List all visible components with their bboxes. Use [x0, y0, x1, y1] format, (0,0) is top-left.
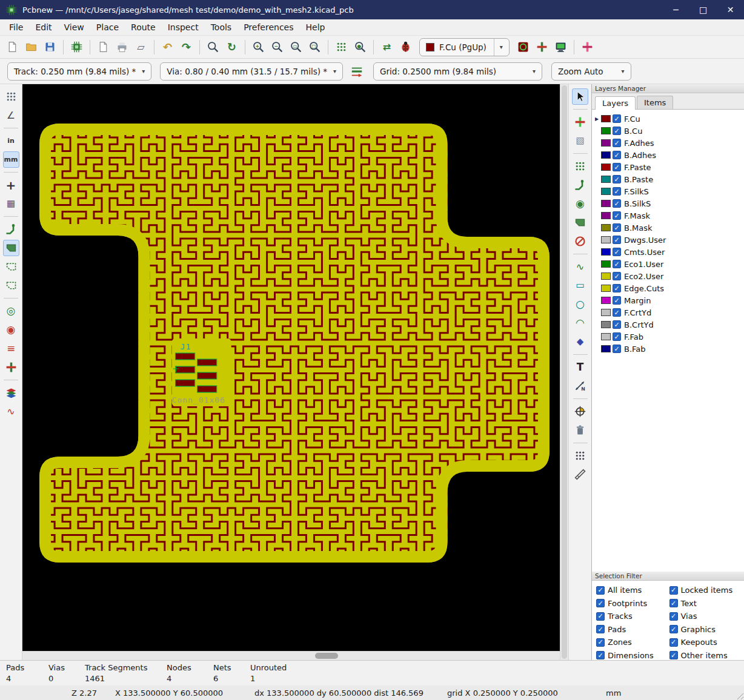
layer-visibility-checkbox[interactable]: ✓: [613, 151, 621, 159]
layer-row-b-paste[interactable]: ✓B.Paste: [592, 173, 744, 185]
zoom-selector[interactable]: Zoom Auto ▾: [551, 62, 631, 81]
resize-grip[interactable]: [736, 692, 743, 699]
layer-visibility-checkbox[interactable]: ✓: [613, 223, 621, 232]
vertical-scrollbar-thumb[interactable]: [562, 85, 567, 659]
filter-dimensions[interactable]: ✓Dimensions: [596, 651, 669, 661]
layer-color-swatch[interactable]: [601, 285, 611, 292]
pcb-canvas[interactable]: J1Conn_01x06: [22, 84, 560, 651]
layer-row-dwgs-user[interactable]: ✓Dwgs.User: [592, 234, 744, 246]
layer-color-swatch[interactable]: [601, 345, 611, 352]
menu-tools[interactable]: Tools: [205, 20, 238, 35]
curved-ratsnest-icon[interactable]: [3, 221, 19, 237]
add-graphic-line-icon[interactable]: ∿: [572, 259, 588, 275]
menu-help[interactable]: Help: [300, 20, 331, 35]
close-button[interactable]: ✕: [717, 0, 744, 19]
add-graphic-polygon-icon[interactable]: ◆: [572, 334, 588, 350]
undo-icon[interactable]: ↶: [159, 39, 176, 55]
menu-place[interactable]: Place: [90, 20, 125, 35]
tab-items[interactable]: Items: [637, 96, 673, 109]
menu-file[interactable]: File: [3, 20, 29, 35]
zoom-fit-icon[interactable]: ▭: [288, 39, 304, 55]
layer-visibility-checkbox[interactable]: ✓: [613, 260, 621, 268]
layer-color-swatch[interactable]: [601, 236, 611, 243]
layer-color-swatch[interactable]: [601, 200, 611, 207]
save-board-icon[interactable]: [42, 39, 58, 55]
layer-color-swatch[interactable]: [601, 309, 611, 316]
footprint-pad[interactable]: [176, 380, 195, 386]
layer-visibility-checkbox[interactable]: ✓: [613, 175, 621, 183]
via-sketch-mode-icon[interactable]: ◉: [3, 322, 19, 338]
filter-footprints[interactable]: ✓Footprints: [596, 599, 669, 609]
layer-color-swatch[interactable]: [601, 248, 611, 256]
layer-visibility-checkbox[interactable]: ✓: [613, 127, 621, 135]
layer-row-f-mask[interactable]: ✓F.Mask: [592, 210, 744, 222]
ratsnest-mode-icon[interactable]: ▦: [3, 196, 19, 212]
layers-manager-toggle-icon[interactable]: [3, 385, 19, 401]
layer-color-swatch[interactable]: [601, 139, 611, 147]
layer-row-f-paste[interactable]: ✓F.Paste: [592, 161, 744, 173]
layer-color-swatch[interactable]: [601, 333, 611, 340]
layer-visibility-checkbox[interactable]: ✓: [613, 345, 621, 353]
filter-pads[interactable]: ✓Pads: [596, 625, 669, 635]
maximize-button[interactable]: □: [689, 0, 717, 19]
filter-checkbox[interactable]: ✓: [596, 651, 605, 659]
set-origin-icon[interactable]: [572, 403, 588, 420]
layer-color-swatch[interactable]: [601, 163, 611, 171]
filter-tracks[interactable]: ✓Tracks: [596, 612, 669, 621]
menu-route[interactable]: Route: [125, 20, 162, 35]
zoom-selection-icon[interactable]: □: [307, 39, 323, 55]
filter-checkbox[interactable]: ✓: [596, 625, 605, 633]
grid-settings-icon[interactable]: [579, 39, 596, 55]
menu-edit[interactable]: Edit: [29, 20, 58, 35]
zone-outline-mode-icon[interactable]: [3, 259, 19, 275]
filter-other-items[interactable]: ✓Other items: [669, 651, 743, 661]
layer-row-eco1-user[interactable]: ✓Eco1.User: [592, 258, 744, 270]
layer-selector-dropdown[interactable]: F.Cu (PgUp) ▾: [419, 38, 510, 56]
layer-visibility-checkbox[interactable]: ✓: [613, 272, 621, 280]
layer-color-swatch[interactable]: [601, 151, 611, 159]
layer-visibility-checkbox[interactable]: ✓: [613, 308, 621, 317]
layer-row-f-cu[interactable]: ▶✓F.Cu: [592, 113, 744, 125]
filter-zones[interactable]: ✓Zones: [596, 638, 669, 647]
add-keepout-icon[interactable]: [572, 233, 588, 249]
filter-keepouts[interactable]: ✓Keepouts: [669, 638, 743, 647]
cursor-full-crosshair-icon[interactable]: +: [3, 177, 19, 193]
tab-layers[interactable]: Layers: [595, 96, 636, 110]
filter-all-items[interactable]: ✓All items: [596, 586, 669, 595]
layer-color-swatch[interactable]: [601, 176, 611, 183]
open-board-icon[interactable]: [23, 39, 39, 55]
filter-checkbox[interactable]: ✓: [669, 612, 678, 621]
grid-visibility-icon[interactable]: [3, 88, 19, 105]
layer-row-b-mask[interactable]: ✓B.Mask: [592, 222, 744, 234]
filter-text[interactable]: ✓Text: [669, 599, 743, 609]
vertical-scrollbar[interactable]: [560, 84, 568, 660]
layer-visibility-checkbox[interactable]: ✓: [613, 211, 621, 220]
layer-row-b-silks[interactable]: ✓B.SilkS: [592, 197, 744, 210]
layer-color-swatch[interactable]: [601, 188, 611, 195]
layer-visibility-checkbox[interactable]: ✓: [613, 296, 621, 305]
filter-checkbox[interactable]: ✓: [596, 586, 605, 595]
filter-vias[interactable]: ✓Vias: [669, 612, 743, 621]
layer-visibility-checkbox[interactable]: ✓: [613, 114, 621, 123]
filter-checkbox[interactable]: ✓: [669, 586, 678, 595]
track-via-size-menu-icon[interactable]: [348, 63, 365, 79]
filter-checkbox[interactable]: ✓: [669, 651, 678, 659]
local-ratsnest-icon[interactable]: [572, 114, 588, 130]
layer-color-swatch[interactable]: [601, 321, 611, 328]
select-tool-icon[interactable]: [572, 88, 588, 105]
add-footprint-icon[interactable]: [572, 158, 588, 174]
menu-preferences[interactable]: Preferences: [237, 20, 299, 35]
footprint-pad[interactable]: [198, 372, 217, 379]
filter-checkbox[interactable]: ✓: [596, 612, 605, 621]
layer-color-swatch[interactable]: [601, 297, 611, 304]
route-tracks-icon[interactable]: [572, 177, 588, 193]
layer-visibility-checkbox[interactable]: ✓: [613, 284, 621, 292]
layer-visibility-checkbox[interactable]: ✓: [613, 163, 621, 171]
add-zone-icon[interactable]: [572, 214, 588, 231]
add-graphic-rect-icon[interactable]: ▭: [572, 277, 588, 294]
drc-icon[interactable]: [397, 39, 414, 55]
add-text-icon[interactable]: T: [572, 359, 588, 375]
units-mm-icon[interactable]: mm: [3, 151, 19, 168]
layer-row-b-adhes[interactable]: ✓B.Adhes: [592, 149, 744, 161]
layer-color-swatch[interactable]: [601, 224, 611, 231]
